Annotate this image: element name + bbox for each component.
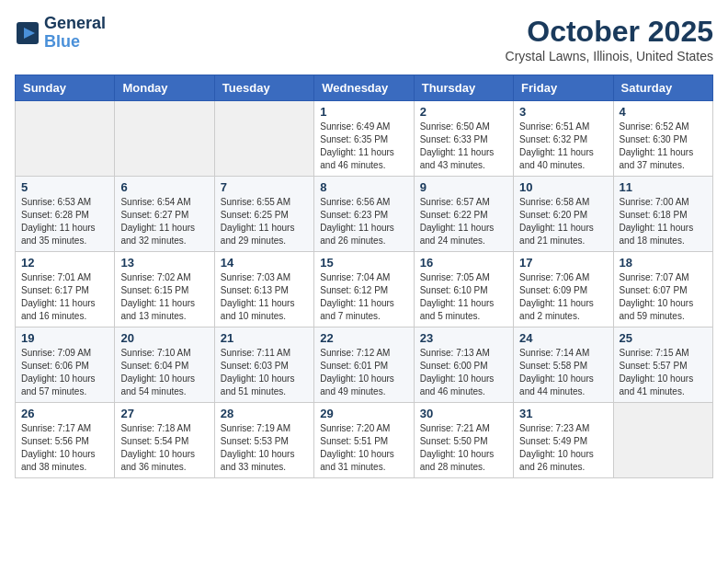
day-info: Sunrise: 7:21 AM Sunset: 5:50 PM Dayligh… bbox=[420, 422, 507, 474]
day-info: Sunrise: 7:05 AM Sunset: 6:10 PM Dayligh… bbox=[420, 271, 507, 323]
day-number: 24 bbox=[519, 331, 607, 345]
day-number: 18 bbox=[620, 256, 707, 270]
day-number: 21 bbox=[221, 331, 308, 345]
calendar-week-3: 12Sunrise: 7:01 AM Sunset: 6:17 PM Dayli… bbox=[16, 252, 713, 327]
calendar-week-2: 5Sunrise: 6:53 AM Sunset: 6:28 PM Daylig… bbox=[16, 177, 713, 252]
day-number: 9 bbox=[420, 180, 507, 194]
day-number: 17 bbox=[519, 256, 607, 270]
calendar-cell: 22Sunrise: 7:12 AM Sunset: 6:01 PM Dayli… bbox=[314, 327, 414, 403]
day-info: Sunrise: 6:49 AM Sunset: 6:35 PM Dayligh… bbox=[320, 121, 407, 172]
day-number: 20 bbox=[120, 331, 208, 345]
day-info: Sunrise: 7:03 AM Sunset: 6:13 PM Dayligh… bbox=[221, 271, 308, 323]
calendar-cell: 29Sunrise: 7:20 AM Sunset: 5:51 PM Dayli… bbox=[314, 403, 414, 478]
calendar-cell: 3Sunrise: 6:51 AM Sunset: 6:32 PM Daylig… bbox=[514, 101, 613, 177]
day-info: Sunrise: 7:06 AM Sunset: 6:09 PM Dayligh… bbox=[519, 271, 607, 323]
day-number: 10 bbox=[519, 180, 607, 194]
calendar-cell: 12Sunrise: 7:01 AM Sunset: 6:17 PM Dayli… bbox=[16, 252, 115, 327]
calendar-header-monday: Monday bbox=[115, 75, 214, 101]
calendar-cell: 2Sunrise: 6:50 AM Sunset: 6:33 PM Daylig… bbox=[414, 101, 513, 177]
day-number: 2 bbox=[420, 105, 507, 119]
calendar-cell: 9Sunrise: 6:57 AM Sunset: 6:22 PM Daylig… bbox=[414, 177, 513, 252]
day-number: 15 bbox=[320, 256, 407, 270]
location: Crystal Lawns, Illinois, United States bbox=[506, 49, 713, 63]
day-info: Sunrise: 7:17 AM Sunset: 5:56 PM Dayligh… bbox=[21, 422, 108, 474]
calendar-cell: 7Sunrise: 6:55 AM Sunset: 6:25 PM Daylig… bbox=[214, 177, 313, 252]
day-number: 1 bbox=[320, 105, 407, 119]
calendar-cell: 6Sunrise: 6:54 AM Sunset: 6:27 PM Daylig… bbox=[115, 177, 214, 252]
calendar-cell: 25Sunrise: 7:15 AM Sunset: 5:57 PM Dayli… bbox=[613, 327, 712, 403]
day-number: 6 bbox=[120, 180, 208, 194]
logo-line1: General bbox=[44, 15, 106, 33]
day-number: 23 bbox=[420, 331, 507, 345]
day-info: Sunrise: 7:13 AM Sunset: 6:00 PM Dayligh… bbox=[420, 347, 507, 398]
page-header: General Blue October 2025 Crystal Lawns,… bbox=[15, 15, 713, 63]
day-info: Sunrise: 7:10 AM Sunset: 6:04 PM Dayligh… bbox=[120, 347, 208, 398]
calendar-cell: 4Sunrise: 6:52 AM Sunset: 6:30 PM Daylig… bbox=[613, 101, 712, 177]
day-number: 22 bbox=[320, 331, 407, 345]
calendar-cell: 11Sunrise: 7:00 AM Sunset: 6:18 PM Dayli… bbox=[613, 177, 712, 252]
day-info: Sunrise: 7:18 AM Sunset: 5:54 PM Dayligh… bbox=[120, 422, 208, 474]
day-number: 5 bbox=[21, 180, 108, 194]
day-info: Sunrise: 6:57 AM Sunset: 6:22 PM Dayligh… bbox=[420, 196, 507, 247]
day-info: Sunrise: 7:07 AM Sunset: 6:07 PM Dayligh… bbox=[620, 271, 707, 323]
day-number: 12 bbox=[21, 256, 108, 270]
calendar-cell bbox=[16, 101, 115, 177]
day-number: 19 bbox=[21, 331, 108, 345]
calendar-cell: 27Sunrise: 7:18 AM Sunset: 5:54 PM Dayli… bbox=[115, 403, 214, 478]
logo: General Blue bbox=[15, 15, 106, 52]
day-info: Sunrise: 7:11 AM Sunset: 6:03 PM Dayligh… bbox=[221, 347, 308, 398]
day-info: Sunrise: 7:14 AM Sunset: 5:58 PM Dayligh… bbox=[519, 347, 607, 398]
day-info: Sunrise: 7:04 AM Sunset: 6:12 PM Dayligh… bbox=[320, 271, 407, 323]
day-number: 14 bbox=[221, 256, 308, 270]
calendar-cell: 1Sunrise: 6:49 AM Sunset: 6:35 PM Daylig… bbox=[314, 101, 414, 177]
day-info: Sunrise: 6:50 AM Sunset: 6:33 PM Dayligh… bbox=[420, 121, 507, 172]
day-info: Sunrise: 7:19 AM Sunset: 5:53 PM Dayligh… bbox=[221, 422, 308, 474]
calendar-cell: 31Sunrise: 7:23 AM Sunset: 5:49 PM Dayli… bbox=[514, 403, 613, 478]
calendar-cell: 10Sunrise: 6:58 AM Sunset: 6:20 PM Dayli… bbox=[514, 177, 613, 252]
day-number: 13 bbox=[120, 256, 208, 270]
calendar-header-saturday: Saturday bbox=[613, 75, 712, 101]
calendar-header-thursday: Thursday bbox=[414, 75, 513, 101]
calendar-cell: 19Sunrise: 7:09 AM Sunset: 6:06 PM Dayli… bbox=[16, 327, 115, 403]
logo-line2: Blue bbox=[44, 33, 106, 52]
calendar-cell bbox=[613, 403, 712, 478]
calendar-cell: 26Sunrise: 7:17 AM Sunset: 5:56 PM Dayli… bbox=[16, 403, 115, 478]
day-number: 25 bbox=[620, 331, 707, 345]
day-info: Sunrise: 7:00 AM Sunset: 6:18 PM Dayligh… bbox=[620, 196, 707, 247]
day-number: 16 bbox=[420, 256, 507, 270]
day-info: Sunrise: 7:12 AM Sunset: 6:01 PM Dayligh… bbox=[320, 347, 407, 398]
calendar-cell: 21Sunrise: 7:11 AM Sunset: 6:03 PM Dayli… bbox=[214, 327, 313, 403]
calendar-cell: 17Sunrise: 7:06 AM Sunset: 6:09 PM Dayli… bbox=[514, 252, 613, 327]
day-number: 26 bbox=[21, 407, 108, 420]
month-title: October 2025 bbox=[506, 15, 713, 49]
calendar-week-5: 26Sunrise: 7:17 AM Sunset: 5:56 PM Dayli… bbox=[16, 403, 713, 478]
calendar-cell: 15Sunrise: 7:04 AM Sunset: 6:12 PM Dayli… bbox=[314, 252, 414, 327]
day-info: Sunrise: 7:23 AM Sunset: 5:49 PM Dayligh… bbox=[519, 422, 607, 474]
day-info: Sunrise: 6:52 AM Sunset: 6:30 PM Dayligh… bbox=[620, 121, 707, 172]
calendar-cell: 28Sunrise: 7:19 AM Sunset: 5:53 PM Dayli… bbox=[214, 403, 313, 478]
day-info: Sunrise: 7:02 AM Sunset: 6:15 PM Dayligh… bbox=[120, 271, 208, 323]
calendar-cell: 5Sunrise: 6:53 AM Sunset: 6:28 PM Daylig… bbox=[16, 177, 115, 252]
calendar-cell bbox=[214, 101, 313, 177]
day-info: Sunrise: 6:54 AM Sunset: 6:27 PM Dayligh… bbox=[120, 196, 208, 247]
calendar-header-wednesday: Wednesday bbox=[314, 75, 414, 101]
day-info: Sunrise: 7:01 AM Sunset: 6:17 PM Dayligh… bbox=[21, 271, 108, 323]
logo-icon bbox=[15, 20, 40, 46]
day-info: Sunrise: 6:58 AM Sunset: 6:20 PM Dayligh… bbox=[519, 196, 607, 247]
calendar-cell: 14Sunrise: 7:03 AM Sunset: 6:13 PM Dayli… bbox=[214, 252, 313, 327]
calendar-cell: 13Sunrise: 7:02 AM Sunset: 6:15 PM Dayli… bbox=[115, 252, 214, 327]
calendar-header-sunday: Sunday bbox=[16, 75, 115, 101]
calendar-cell: 30Sunrise: 7:21 AM Sunset: 5:50 PM Dayli… bbox=[414, 403, 513, 478]
day-info: Sunrise: 7:09 AM Sunset: 6:06 PM Dayligh… bbox=[21, 347, 108, 398]
calendar-cell: 23Sunrise: 7:13 AM Sunset: 6:00 PM Dayli… bbox=[414, 327, 513, 403]
title-area: October 2025 Crystal Lawns, Illinois, Un… bbox=[506, 15, 713, 63]
day-number: 30 bbox=[420, 407, 507, 420]
day-info: Sunrise: 6:51 AM Sunset: 6:32 PM Dayligh… bbox=[519, 121, 607, 172]
day-info: Sunrise: 7:20 AM Sunset: 5:51 PM Dayligh… bbox=[320, 422, 407, 474]
calendar-cell: 20Sunrise: 7:10 AM Sunset: 6:04 PM Dayli… bbox=[115, 327, 214, 403]
day-number: 3 bbox=[519, 105, 607, 119]
day-number: 28 bbox=[221, 407, 308, 420]
day-number: 29 bbox=[320, 407, 407, 420]
calendar-header-tuesday: Tuesday bbox=[214, 75, 313, 101]
calendar-table: SundayMondayTuesdayWednesdayThursdayFrid… bbox=[15, 75, 713, 478]
